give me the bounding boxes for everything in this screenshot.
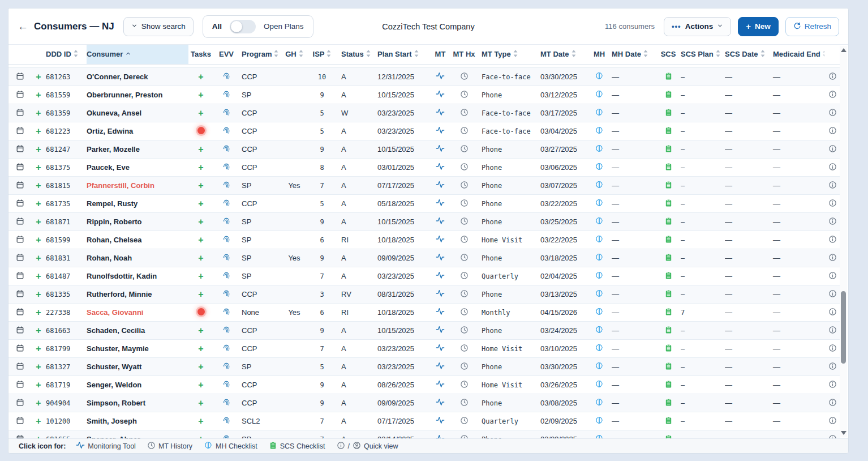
mt-history-icon[interactable] bbox=[451, 195, 477, 213]
evv-fingerprint-icon[interactable] bbox=[213, 412, 239, 430]
add-task-icon[interactable]: + bbox=[198, 289, 203, 299]
evv-fingerprint-icon[interactable] bbox=[222, 180, 231, 191]
quick-view-icon[interactable] bbox=[824, 358, 840, 376]
consumer-name[interactable]: Runolfsdottir, Kadin bbox=[87, 272, 157, 280]
mh-checklist-icon[interactable] bbox=[587, 213, 612, 231]
calendar-icon[interactable] bbox=[8, 376, 31, 394]
vertical-scrollbar[interactable] bbox=[840, 46, 847, 437]
mh-checklist-icon[interactable] bbox=[587, 177, 612, 195]
monitoring-tool-icon[interactable] bbox=[436, 307, 445, 318]
add-task-icon[interactable]: + bbox=[198, 199, 203, 208]
consumer-name[interactable]: Schaden, Cecilia bbox=[87, 322, 188, 340]
mt-history-icon[interactable] bbox=[460, 108, 469, 118]
task-indicator[interactable]: + bbox=[188, 177, 213, 195]
task-indicator[interactable] bbox=[188, 122, 213, 140]
mh-checklist-icon[interactable] bbox=[587, 122, 612, 140]
add-icon[interactable]: + bbox=[36, 163, 41, 172]
add-icon[interactable]: + bbox=[31, 267, 46, 285]
evv-fingerprint-icon[interactable] bbox=[222, 416, 231, 426]
column-header-scs-plan[interactable]: SCS Plan bbox=[681, 45, 725, 64]
mt-history-icon[interactable] bbox=[460, 308, 469, 318]
quick-view-icon[interactable] bbox=[824, 322, 840, 340]
quick-view-icon[interactable] bbox=[824, 249, 840, 267]
quick-view-icon[interactable] bbox=[828, 181, 837, 191]
quick-view-icon[interactable] bbox=[828, 90, 837, 100]
add-icon[interactable]: + bbox=[36, 308, 41, 317]
mt-history-icon[interactable] bbox=[451, 376, 477, 394]
quick-view-icon[interactable] bbox=[828, 398, 837, 408]
quick-view-icon[interactable] bbox=[828, 235, 837, 245]
monitoring-tool-icon[interactable] bbox=[429, 412, 451, 430]
calendar-icon[interactable] bbox=[8, 285, 31, 304]
quick-view-icon[interactable] bbox=[824, 412, 840, 430]
mt-history-icon[interactable] bbox=[460, 217, 469, 227]
consumer-name[interactable]: O'Conner, Dereck bbox=[87, 72, 148, 81]
scs-checklist-icon[interactable] bbox=[664, 126, 673, 136]
mt-history-icon[interactable] bbox=[451, 340, 477, 358]
consumer-name[interactable]: Pfannerstill, Corbin bbox=[87, 177, 188, 195]
evv-fingerprint-icon[interactable] bbox=[222, 89, 231, 100]
scs-checklist-icon[interactable] bbox=[664, 380, 673, 390]
quick-view-icon[interactable] bbox=[824, 394, 840, 412]
mh-checklist-icon[interactable] bbox=[595, 253, 604, 263]
calendar-icon[interactable] bbox=[8, 412, 31, 430]
table-body-viewport[interactable]: +681263O'Conner, Dereck+CCP10A12/31/2025… bbox=[8, 65, 848, 440]
add-icon[interactable]: + bbox=[31, 358, 46, 376]
mt-history-icon[interactable] bbox=[451, 249, 477, 267]
evv-fingerprint-icon[interactable] bbox=[213, 140, 239, 159]
new-button[interactable]: + New bbox=[738, 17, 779, 36]
mh-checklist-icon[interactable] bbox=[587, 267, 612, 285]
mh-checklist-icon[interactable] bbox=[595, 307, 604, 318]
column-header-gh[interactable]: GH bbox=[279, 45, 310, 64]
calendar-icon[interactable] bbox=[8, 322, 31, 340]
consumer-name[interactable]: Ortiz, Edwina bbox=[87, 122, 188, 140]
mh-checklist-icon[interactable] bbox=[595, 108, 604, 118]
consumer-name[interactable]: Rippin, Roberto bbox=[87, 213, 188, 231]
consumer-name[interactable]: Rohan, Chelsea bbox=[87, 236, 142, 244]
monitoring-tool-icon[interactable] bbox=[429, 394, 451, 412]
quick-view-icon[interactable] bbox=[824, 213, 840, 231]
scs-checklist-icon[interactable] bbox=[656, 195, 681, 213]
scs-checklist-icon[interactable] bbox=[656, 213, 681, 231]
add-icon[interactable]: + bbox=[31, 322, 46, 340]
scs-checklist-icon[interactable] bbox=[656, 177, 681, 195]
mh-checklist-icon[interactable] bbox=[595, 144, 604, 155]
calendar-icon[interactable] bbox=[16, 289, 24, 300]
scs-checklist-icon[interactable] bbox=[664, 163, 673, 173]
mt-history-icon[interactable] bbox=[460, 144, 469, 155]
calendar-icon[interactable] bbox=[16, 253, 24, 263]
calendar-icon[interactable] bbox=[8, 140, 31, 159]
consumer-name[interactable]: Rempel, Rusty bbox=[87, 199, 137, 208]
calendar-icon[interactable] bbox=[16, 235, 24, 245]
consumer-name[interactable]: Sacca, Giovanni bbox=[87, 308, 143, 317]
mt-history-icon[interactable] bbox=[460, 72, 469, 82]
add-icon[interactable]: + bbox=[36, 344, 41, 353]
monitoring-tool-icon[interactable] bbox=[429, 340, 451, 358]
task-indicator[interactable]: + bbox=[188, 231, 213, 249]
column-header-ddd-id[interactable]: DDD ID bbox=[46, 45, 87, 64]
mh-checklist-icon[interactable] bbox=[595, 71, 604, 82]
mt-history-icon[interactable] bbox=[451, 68, 477, 86]
add-icon[interactable]: + bbox=[31, 412, 46, 430]
scs-checklist-icon[interactable] bbox=[664, 181, 673, 191]
mt-history-icon[interactable] bbox=[451, 304, 477, 322]
task-indicator[interactable]: + bbox=[188, 104, 213, 122]
scs-checklist-icon[interactable] bbox=[656, 376, 681, 394]
scs-checklist-icon[interactable] bbox=[664, 344, 673, 354]
evv-fingerprint-icon[interactable] bbox=[222, 398, 231, 408]
calendar-icon[interactable] bbox=[8, 68, 31, 86]
monitoring-tool-icon[interactable] bbox=[429, 376, 451, 394]
quick-view-icon[interactable] bbox=[824, 231, 840, 249]
quick-view-icon[interactable] bbox=[824, 195, 840, 213]
evv-fingerprint-icon[interactable] bbox=[222, 234, 231, 245]
calendar-icon[interactable] bbox=[16, 72, 24, 82]
mh-checklist-icon[interactable] bbox=[595, 234, 604, 245]
add-icon[interactable]: + bbox=[31, 159, 46, 177]
evv-fingerprint-icon[interactable] bbox=[213, 376, 239, 394]
quick-view-icon[interactable] bbox=[824, 159, 840, 177]
add-icon[interactable]: + bbox=[36, 90, 41, 100]
mt-history-icon[interactable] bbox=[451, 213, 477, 231]
monitoring-tool-icon[interactable] bbox=[436, 416, 445, 426]
consumer-name[interactable]: Ortiz, Edwina bbox=[87, 127, 133, 135]
add-icon[interactable]: + bbox=[31, 140, 46, 159]
